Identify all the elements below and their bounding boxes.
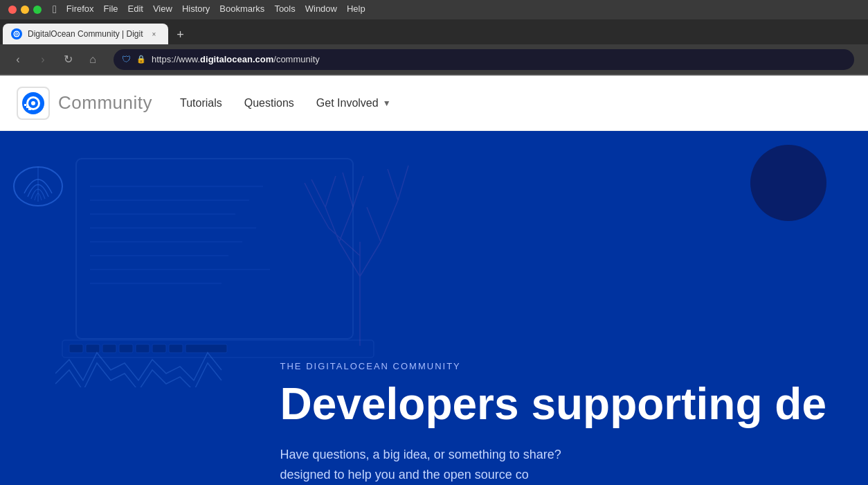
forward-icon: › (41, 53, 44, 66)
close-button[interactable] (8, 6, 17, 14)
tab-bar: DigitalOcean Community | Digit × + (0, 19, 868, 44)
menu-bookmarks[interactable]: Bookmarks (219, 3, 264, 16)
url-text: https://www.digitalocean.com/community (152, 54, 846, 64)
hero-subtitle: THE DIGITALOCEAN COMMUNITY (280, 361, 826, 371)
hero-description-line2: designed to help you and the open source… (280, 465, 826, 485)
maximize-button[interactable] (33, 6, 42, 14)
reload-icon: ↻ (64, 53, 73, 66)
menu-view[interactable]: View (153, 3, 172, 16)
svg-rect-18 (136, 344, 150, 353)
svg-line-28 (381, 200, 398, 242)
site-nav: Community Tutorials Questions Get Involv… (0, 76, 868, 131)
minimize-button[interactable] (21, 6, 29, 14)
site-logo-text: Community (58, 92, 152, 114)
hero-title: Developers supporting de (280, 380, 826, 428)
menu-bar:  Firefox File Edit View History Bookmar… (53, 3, 365, 16)
nav-tutorials[interactable]: Tutorials (180, 97, 222, 109)
active-tab[interactable]: DigitalOcean Community | Digit × (3, 24, 168, 44)
tab-favicon (11, 28, 22, 39)
circle-decoration (750, 145, 826, 221)
svg-line-37 (305, 183, 315, 204)
back-button[interactable]: ‹ (8, 50, 28, 69)
apple-icon:  (53, 3, 57, 16)
shield-icon: 🛡 (122, 54, 131, 64)
hero-content: THE DIGITALOCEAN COMMUNITY Developers su… (280, 361, 826, 485)
nav-bar: ‹ › ↻ ⌂ 🛡 🔒 https://www.digitalocean.com… (0, 44, 868, 75)
svg-line-34 (398, 166, 408, 200)
tab-title: DigitalOcean Community | Digit (28, 29, 143, 39)
reload-button[interactable]: ↻ (58, 50, 78, 69)
digitalocean-logo-svg (21, 91, 46, 116)
svg-point-0 (11, 28, 22, 39)
menu-tools[interactable]: Tools (274, 3, 295, 16)
home-button[interactable]: ⌂ (83, 50, 102, 69)
svg-line-33 (388, 169, 398, 200)
svg-rect-14 (69, 344, 83, 353)
tab-close-button[interactable]: × (149, 28, 160, 39)
svg-line-27 (367, 207, 381, 242)
svg-line-24 (360, 242, 381, 276)
svg-rect-21 (186, 344, 227, 353)
svg-line-31 (343, 173, 353, 207)
address-bar[interactable]: 🛡 🔒 https://www.digitalocean.com/communi… (114, 49, 854, 70)
site-logo[interactable]: Community (17, 87, 152, 120)
menu-file[interactable]: File (104, 3, 118, 16)
new-tab-button[interactable]: + (171, 25, 190, 44)
menu-help[interactable]: Help (347, 3, 365, 16)
chevron-down-icon: ▼ (383, 98, 391, 108)
svg-line-32 (353, 176, 363, 207)
hero-description-line1: Have questions, a big idea, or something… (280, 445, 826, 465)
coral-decoration (291, 138, 429, 346)
menu-history[interactable]: History (182, 3, 210, 16)
title-bar:  Firefox File Edit View History Bookmar… (0, 0, 868, 19)
svg-line-36 (315, 204, 329, 228)
site-nav-links: Tutorials Questions Get Involved ▼ (180, 97, 391, 109)
menu-firefox[interactable]: Firefox (66, 3, 94, 16)
svg-line-26 (339, 207, 353, 242)
svg-line-30 (325, 176, 336, 207)
url-prefix: https://www. (152, 54, 200, 64)
hero-section: THE DIGITALOCEAN COMMUNITY Developers su… (0, 131, 868, 485)
home-icon: ⌂ (89, 53, 96, 66)
svg-rect-16 (102, 344, 116, 353)
menu-edit[interactable]: Edit (128, 3, 143, 16)
nav-get-involved-label: Get Involved (316, 97, 379, 109)
url-domain: digitalocean.com (200, 54, 273, 64)
svg-rect-17 (119, 344, 133, 353)
traffic-lights (8, 6, 42, 14)
svg-rect-15 (86, 344, 100, 353)
svg-line-35 (329, 228, 360, 256)
url-path: /community (273, 54, 319, 64)
menu-window[interactable]: Window (305, 3, 337, 16)
nav-questions[interactable]: Questions (244, 97, 294, 109)
svg-line-29 (311, 179, 325, 207)
back-icon: ‹ (16, 53, 19, 66)
nav-get-involved[interactable]: Get Involved ▼ (316, 97, 391, 109)
svg-rect-20 (169, 344, 183, 353)
forward-button[interactable]: › (33, 50, 53, 69)
website-content: Community Tutorials Questions Get Involv… (0, 76, 868, 485)
logo-icon-container (17, 87, 50, 120)
svg-rect-19 (152, 344, 166, 353)
lock-icon: 🔒 (136, 55, 146, 64)
